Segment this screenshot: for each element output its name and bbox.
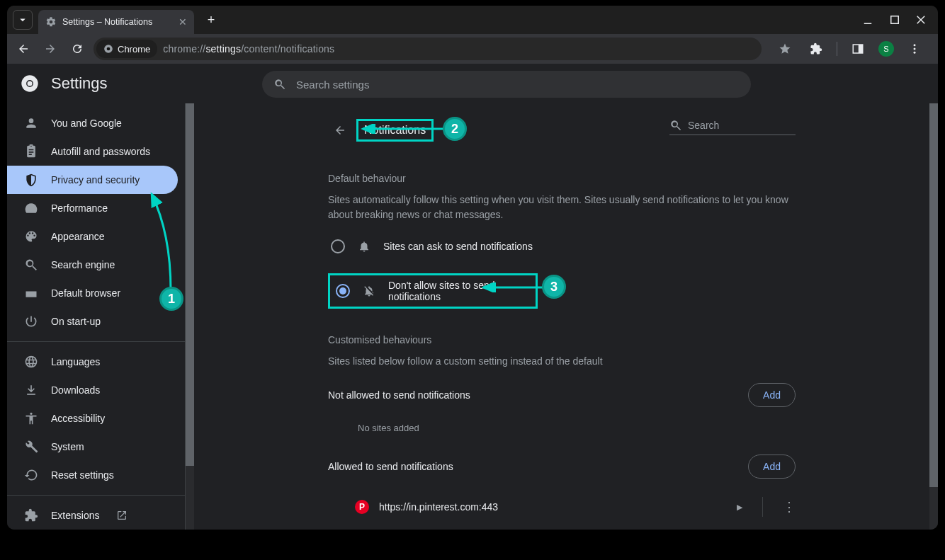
search-icon [24,258,38,272]
annotation-badge-1: 1 [159,287,183,311]
chip-label: Chrome [118,44,150,55]
nav-languages[interactable]: Languages [7,348,178,376]
gear-icon [45,16,57,28]
palette-icon [24,229,38,244]
reload-button[interactable] [67,38,88,59]
wrench-icon [24,440,38,454]
bell-off-icon [363,285,375,297]
navigation-toolbar: Chrome chrome://settings/content/notific… [7,34,938,64]
nav-autofill[interactable]: Autofill and passwords [7,137,178,166]
add-allowed-button[interactable]: Add [748,455,796,479]
svg-point-9 [28,81,33,86]
nav-privacy-security[interactable]: Privacy and security [7,166,178,194]
bell-icon [358,240,370,253]
back-button[interactable] [13,38,34,59]
local-search[interactable]: Search [669,119,796,135]
annotation-arrow-2 [360,124,445,134]
search-icon [273,78,286,91]
svg-point-1 [107,47,111,51]
section-description: Sites listed below follow a custom setti… [328,354,796,369]
shield-icon [24,173,38,187]
radio-checked[interactable] [336,284,350,298]
annotation-arrow-1 [146,191,181,297]
maximize-button[interactable] [888,13,901,26]
nav-reset[interactable]: Reset settings [7,461,178,489]
forward-button[interactable] [40,38,61,59]
open-external-icon [116,510,128,521]
nav-on-startup[interactable]: On start-up [7,307,178,336]
close-window-button[interactable] [915,13,928,26]
active-tab[interactable]: Settings – Notifications ✕ [38,10,194,34]
sidebar-scrollbar[interactable] [186,103,194,530]
window-controls [861,13,932,26]
allowed-row: Allowed to send notifications Add [328,455,796,479]
search-icon [669,119,682,132]
settings-search[interactable]: Search settings [262,71,751,98]
profile-avatar[interactable]: S [878,41,894,57]
annotation-badge-3: 3 [542,275,566,299]
globe-icon [24,355,38,369]
extensions-button[interactable] [805,38,827,59]
section-heading: Default behaviour [328,173,796,184]
allowed-heading: Allowed to send notifications [328,461,453,472]
radio-unchecked[interactable] [331,239,345,253]
site-url: https://in.pinterest.com:443 [379,501,727,513]
new-tab-button[interactable]: + [201,10,221,30]
settings-app-title: Settings [51,74,108,93]
nav-you-and-google[interactable]: You and Google [7,109,178,137]
pinterest-favicon: P [355,500,369,514]
annotation-badge-2: 2 [443,117,467,141]
settings-main: Notifications Search Default behaviour S… [186,64,938,530]
speedometer-icon [24,201,38,215]
not-allowed-row: Not allowed to send notifications Add [328,383,796,407]
not-allowed-heading: Not allowed to send notifications [328,389,470,401]
svg-point-5 [914,48,916,50]
puzzle-icon [24,508,38,522]
add-not-allowed-button[interactable]: Add [748,383,796,407]
power-icon [24,314,38,328]
tab-title: Settings – Notifications [62,17,152,27]
annotation-arrow-3 [480,282,544,292]
address-bar[interactable]: Chrome chrome://settings/content/notific… [94,38,762,60]
section-description: Sites automatically follow this setting … [328,193,796,222]
nav-extensions[interactable]: Extensions [7,501,178,530]
close-tab-button[interactable]: ✕ [179,16,187,28]
nav-downloads[interactable]: Downloads [7,376,178,404]
allowed-site-row[interactable]: P https://in.pinterest.com:443 ▶ ⋮ [328,488,796,525]
section-heading: Customised behaviours [328,334,796,345]
tab-search-dropdown[interactable] [13,10,33,30]
nav-system[interactable]: System [7,433,178,461]
tab-strip: Settings – Notifications ✕ + [7,6,938,34]
local-search-placeholder: Search [688,120,719,131]
option-allow-row[interactable]: Sites can ask to send notifications [328,234,796,259]
chevron-right-icon[interactable]: ▶ [737,503,742,512]
sidepanel-button[interactable] [847,38,868,59]
nav-accessibility[interactable]: Accessibility [7,404,178,433]
page-back-button[interactable] [331,121,349,139]
person-icon [24,116,38,130]
download-icon [24,383,38,397]
accessibility-icon [24,411,38,425]
chevron-down-icon [16,13,29,26]
settings-header: Settings Search settings [7,64,938,103]
notifications-card: Notifications Search Default behaviour S… [328,113,796,530]
restore-icon [24,468,38,482]
clipboard-icon [24,144,38,159]
chrome-logo-icon [20,74,40,93]
site-chip[interactable]: Chrome [96,40,157,58]
browser-menu-button[interactable] [904,38,925,59]
site-menu-button[interactable]: ⋮ [783,499,796,515]
minimize-button[interactable] [861,13,874,26]
bookmark-button[interactable] [774,38,796,59]
option-allow-label: Sites can ask to send notifications [383,241,533,252]
svg-rect-3 [859,45,863,53]
svg-point-4 [914,44,916,46]
search-placeholder: Search settings [296,79,369,91]
url-text: chrome://settings/content/notifications [163,43,334,55]
main-scrollbar[interactable] [929,103,938,530]
window-icon [24,286,38,300]
toolbar-right-icons: S [767,38,932,59]
svg-point-6 [914,52,916,54]
chrome-icon [103,44,113,54]
no-sites-text: No sites added [358,423,796,433]
